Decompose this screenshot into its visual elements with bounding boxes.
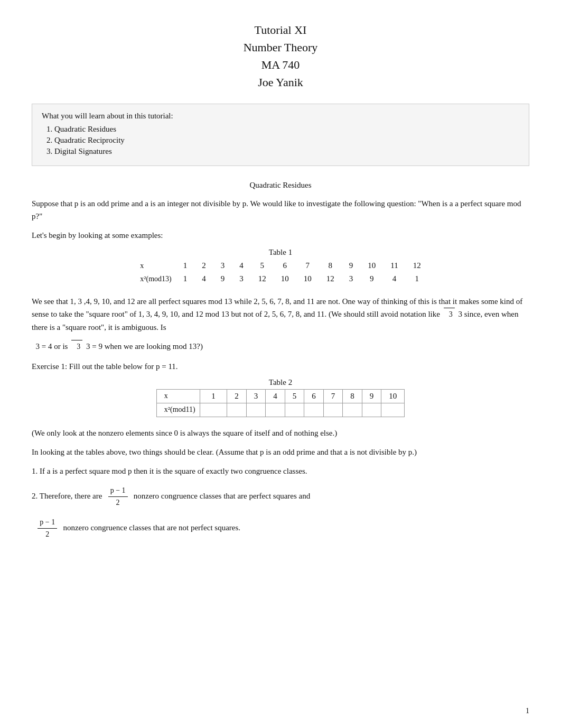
table1-h11: 11: [383, 259, 405, 272]
table1-v8: 12: [319, 272, 342, 285]
table1-label: Table 1: [133, 248, 428, 257]
paragraph2: Let's begin by looking at some examples:: [32, 229, 529, 242]
section1-title: Quadratic Residues: [32, 181, 529, 190]
table1-h12: 12: [406, 259, 428, 272]
table2-v9: [362, 403, 381, 417]
table1-h8: 8: [319, 259, 342, 272]
intro-box: What you will learn about in this tutori…: [32, 104, 529, 166]
table1-v4: 3: [232, 272, 251, 285]
intro-list: Quadratic Residues Quadratic Reciprocity…: [54, 125, 519, 156]
table2-header-row: x 1 2 3 4 5 6 7 8 9 10: [156, 389, 404, 403]
table1-x-label: x: [133, 259, 175, 272]
sqrt-3-notation: 3: [444, 308, 455, 321]
intro-item-2: Quadratic Reciprocity: [54, 136, 519, 145]
table1-v1: 1: [176, 272, 195, 285]
paragraph3: We see that 1, 3 ,4, 9, 10, and 12 are a…: [32, 295, 529, 334]
table1-h9: 9: [342, 259, 361, 272]
fraction-p-minus-1-over-2: p − 1 2: [108, 485, 128, 509]
table2-v3: [246, 403, 266, 417]
table1-v12: 1: [406, 272, 428, 285]
intro-item-1: Quadratic Residues: [54, 125, 519, 134]
point3-text: p − 1 2 nonzero congruence classes that …: [32, 517, 529, 541]
paragraph5: In looking at the tables above, two thin…: [32, 446, 529, 458]
table1-h7: 7: [296, 259, 319, 272]
table2-h4: 4: [266, 389, 285, 403]
table2-v8: [343, 403, 362, 417]
table2-v7: [323, 403, 343, 417]
sqrt-3-notation2: 3: [71, 340, 82, 353]
table1-v2: 4: [194, 272, 213, 285]
page-number: 1: [526, 707, 529, 715]
paragraph4: (We only look at the nonzero elements si…: [32, 427, 529, 439]
title-line3: MA 740: [261, 58, 300, 71]
table2-h9: 9: [362, 389, 381, 403]
table2-v2: [227, 403, 247, 417]
table1-row-label: x²(mod13): [133, 272, 175, 285]
fraction-p-minus-1-over-2-b: p − 1 2: [38, 517, 57, 541]
table1-h10: 10: [360, 259, 383, 272]
table1-h6: 6: [274, 259, 296, 272]
table2-row-label: x²(mod11): [156, 403, 200, 417]
point2-text: 2. Therefore, there are p − 1 2 nonzero …: [32, 485, 529, 509]
table2-h2: 2: [227, 389, 247, 403]
table1-v6: 10: [274, 272, 296, 285]
paragraph1: Suppose that p is an odd prime and a is …: [32, 197, 529, 223]
table2-v1: [200, 403, 227, 417]
table2-h5: 5: [285, 389, 304, 403]
table1-data-row: x²(mod13) 1 4 9 3 12 10 10 12 3 9 4 1: [133, 272, 428, 285]
table2-h10: 10: [381, 389, 405, 403]
table1-h4: 4: [232, 259, 251, 272]
title-line2: Number Theory: [244, 41, 318, 54]
point1-text: 1. If a is a perfect square mod p then i…: [32, 465, 529, 477]
table1-v7: 10: [296, 272, 319, 285]
table1-h3: 3: [213, 259, 232, 272]
table1-h1: 1: [176, 259, 195, 272]
table2-v4: [266, 403, 285, 417]
table1-v9: 3: [342, 272, 361, 285]
table2-h7: 7: [323, 389, 343, 403]
table1-h5: 5: [251, 259, 274, 272]
table1-v11: 4: [383, 272, 405, 285]
table1-header-row: x 1 2 3 4 5 6 7 8 9 10 11 12: [133, 259, 428, 272]
table2: x 1 2 3 4 5 6 7 8 9 10 x²(mod11): [156, 389, 405, 417]
table2-x-label: x: [156, 389, 200, 403]
table1-container: Table 1 x 1 2 3 4 5 6 7 8 9 10 11 12 x²(…: [133, 248, 428, 285]
table2-h1: 1: [200, 389, 227, 403]
title-line4: Joe Yanik: [258, 76, 303, 89]
table2-v5: [285, 403, 304, 417]
table2-v6: [304, 403, 324, 417]
table2-data-row: x²(mod11): [156, 403, 404, 417]
table2-label: Table 2: [156, 378, 405, 387]
table2-h6: 6: [304, 389, 324, 403]
table1-v5: 12: [251, 272, 274, 285]
page-header: Tutorial XI Number Theory MA 740 Joe Yan…: [32, 21, 529, 91]
title-line1: Tutorial XI: [255, 23, 307, 36]
table2-container: Table 2 x 1 2 3 4 5 6 7 8 9 10 x²(mod11): [156, 378, 405, 417]
table1-v10: 9: [360, 272, 383, 285]
table1-h2: 2: [194, 259, 213, 272]
table1: x 1 2 3 4 5 6 7 8 9 10 11 12 x²(mod13) 1…: [133, 259, 428, 285]
table2-h3: 3: [246, 389, 266, 403]
paragraph3c: 3 = 4 or is 3 3 = 9 when we are looking …: [32, 340, 529, 353]
table2-h8: 8: [343, 389, 362, 403]
intro-lead: What you will learn about in this tutori…: [42, 112, 519, 121]
intro-item-3: Digital Signatures: [54, 147, 519, 156]
table1-v3: 9: [213, 272, 232, 285]
exercise1-text: Exercise 1: Fill out the table below for…: [32, 360, 529, 373]
table2-v10: [381, 403, 405, 417]
